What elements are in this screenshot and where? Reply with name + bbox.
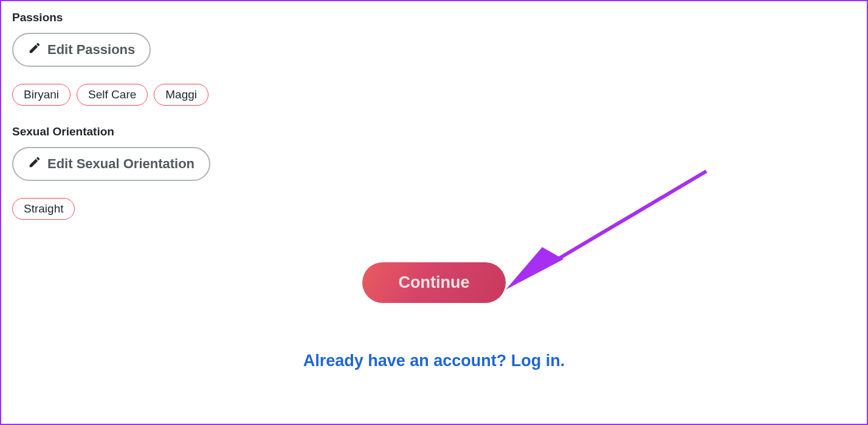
login-wrap: Already have an account? Log in. bbox=[12, 352, 856, 370]
orientation-chips: Straight bbox=[12, 198, 856, 220]
passion-chip[interactable]: Maggi bbox=[154, 84, 208, 106]
continue-button[interactable]: Continue bbox=[362, 262, 506, 303]
passions-chips: Biryani Self Care Maggi bbox=[12, 84, 856, 106]
orientation-heading: Sexual Orientation bbox=[12, 125, 856, 138]
edit-orientation-label: Edit Sexual Orientation bbox=[47, 156, 195, 172]
edit-passions-button[interactable]: Edit Passions bbox=[12, 33, 151, 67]
login-link[interactable]: Already have an account? Log in. bbox=[303, 352, 565, 370]
passions-section: Passions Edit Passions Biryani Self Care… bbox=[12, 11, 856, 106]
edit-orientation-button[interactable]: Edit Sexual Orientation bbox=[12, 147, 210, 181]
passion-chip[interactable]: Self Care bbox=[77, 84, 148, 106]
edit-passions-label: Edit Passions bbox=[47, 42, 135, 58]
orientation-section: Sexual Orientation Edit Sexual Orientati… bbox=[12, 125, 856, 220]
passions-heading: Passions bbox=[12, 11, 856, 24]
orientation-chip[interactable]: Straight bbox=[12, 198, 75, 220]
passion-chip[interactable]: Biryani bbox=[12, 84, 71, 106]
continue-wrap: Continue bbox=[12, 262, 856, 303]
pencil-icon bbox=[28, 155, 41, 172]
pencil-icon bbox=[28, 41, 41, 58]
